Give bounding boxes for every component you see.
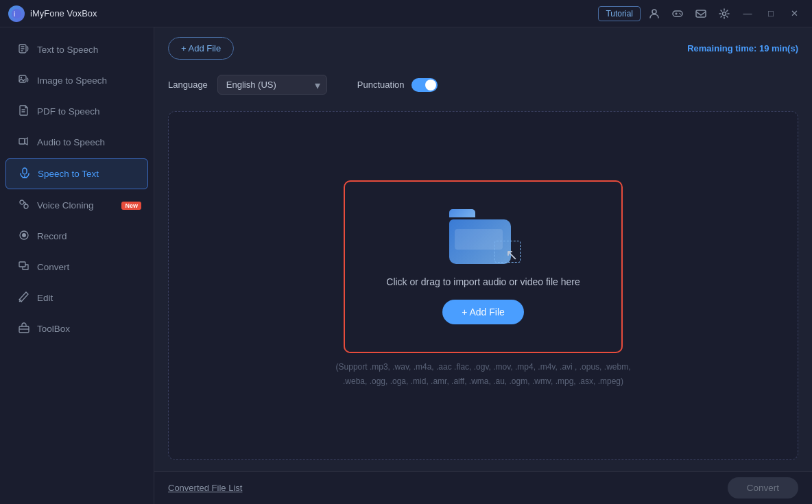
voice-cloning-icon	[18, 199, 30, 212]
converted-file-list-link[interactable]: Converted File List	[168, 483, 242, 493]
image-to-speech-icon	[18, 74, 30, 87]
add-file-button[interactable]: + Add File	[168, 37, 234, 60]
convert-icon	[18, 261, 30, 274]
topbar: + Add File Remaining time: 19 min(s)	[154, 27, 812, 69]
sidebar-label-pdf-to-speech: PDF to Speech	[37, 106, 100, 117]
new-badge: New	[121, 202, 141, 210]
remaining-label: Remaining time:	[687, 43, 759, 53]
gamepad-icon[interactable]	[668, 4, 687, 23]
sidebar-label-edit: Edit	[37, 293, 53, 303]
sidebar-item-image-to-speech[interactable]: Image to Speech	[5, 66, 148, 95]
dropzone-wrapper: ↖ Click or drag to import audio or video…	[154, 100, 812, 471]
dropzone-add-file-button[interactable]: + Add File	[442, 300, 524, 324]
svg-point-7	[723, 12, 726, 15]
language-select-wrapper: English (US) English (UK) Spanish French…	[217, 75, 327, 95]
record-icon	[18, 230, 30, 243]
user-icon[interactable]	[645, 4, 664, 23]
sidebar-item-audio-to-speech[interactable]: Audio to Speech	[5, 128, 148, 157]
sidebar-label-convert: Convert	[37, 262, 69, 272]
titlebar: i iMyFone VoxBox Tutorial — □ ✕	[0, 0, 812, 27]
svg-rect-9	[19, 75, 26, 82]
sidebar-label-record: Record	[37, 231, 67, 241]
svg-point-5	[680, 14, 682, 15]
folder-tab	[449, 209, 475, 217]
svg-text:i: i	[14, 10, 15, 18]
close-button[interactable]: ✕	[785, 4, 804, 23]
sidebar: Text to Speech Image to Speech PDF to Sp…	[0, 27, 154, 504]
convert-button[interactable]: Convert	[728, 477, 798, 499]
titlebar-actions: Tutorial — □ ✕	[598, 4, 804, 23]
remaining-value: 19 min(s)	[759, 43, 798, 53]
cursor-icon: ↖	[505, 246, 518, 264]
dropzone-text: Click or drag to import audio or video f…	[386, 276, 580, 287]
sidebar-label-voice-cloning: Voice Cloning	[37, 200, 94, 211]
audio-to-speech-icon	[18, 136, 30, 149]
remaining-time: Remaining time: 19 min(s)	[687, 43, 798, 53]
svg-rect-19	[19, 262, 25, 267]
folder-icon: ↖	[449, 209, 518, 264]
language-select[interactable]: English (US) English (UK) Spanish French…	[217, 75, 327, 95]
sidebar-item-toolbox[interactable]: ToolBox	[5, 314, 148, 344]
app-title: iMyFone VoxBox	[30, 8, 598, 19]
support-formats-text: (Support .mp3, .wav, .m4a, .aac .flac, .…	[336, 353, 631, 391]
svg-rect-3	[673, 11, 682, 16]
toolbox-icon	[18, 322, 30, 335]
svg-rect-11	[19, 139, 25, 144]
sidebar-item-voice-cloning[interactable]: Voice Cloning New	[5, 191, 148, 220]
tutorial-button[interactable]: Tutorial	[598, 6, 641, 21]
app-logo: i	[8, 5, 25, 22]
sidebar-item-edit[interactable]: Edit	[5, 283, 148, 313]
svg-point-16	[24, 204, 28, 208]
svg-point-18	[22, 233, 26, 237]
content-area: + Add File Remaining time: 19 min(s) Lan…	[154, 27, 812, 504]
punctuation-toggle[interactable]	[411, 78, 438, 92]
sidebar-item-speech-to-text[interactable]: Speech to Text	[5, 158, 148, 189]
punctuation-label: Punctuation	[357, 80, 405, 90]
sidebar-item-record[interactable]: Record	[5, 221, 148, 251]
sidebar-item-pdf-to-speech[interactable]: PDF to Speech	[5, 97, 148, 126]
svg-point-15	[20, 200, 24, 204]
sidebar-label-toolbox: ToolBox	[37, 324, 70, 334]
pdf-to-speech-icon	[18, 105, 30, 118]
sidebar-item-text-to-speech[interactable]: Text to Speech	[5, 35, 148, 64]
sidebar-label-speech-to-text: Speech to Text	[38, 169, 99, 179]
svg-rect-12	[23, 168, 27, 174]
svg-point-10	[21, 77, 22, 78]
bottombar: Converted File List Convert	[154, 471, 812, 504]
punctuation-section: Punctuation	[357, 78, 438, 92]
dropzone-inner: ↖ Click or drag to import audio or video…	[344, 180, 622, 353]
edit-icon	[18, 291, 30, 304]
main-layout: Text to Speech Image to Speech PDF to Sp…	[0, 27, 812, 504]
speech-to-text-icon	[19, 167, 31, 180]
language-bar: Language English (US) English (UK) Spani…	[154, 69, 812, 100]
language-label: Language	[168, 80, 208, 90]
gear-icon[interactable]	[715, 4, 734, 23]
svg-rect-6	[696, 10, 706, 17]
mail-icon[interactable]	[691, 4, 710, 23]
maximize-button[interactable]: □	[761, 4, 780, 23]
sidebar-label-image-to-speech: Image to Speech	[37, 75, 107, 86]
support-text-line2: .weba, .ogg, .oga, .mid, .amr, .aiff, .w…	[343, 376, 623, 386]
sidebar-item-convert[interactable]: Convert	[5, 252, 148, 282]
minimize-button[interactable]: —	[738, 4, 757, 23]
support-text-line1: (Support .mp3, .wav, .m4a, .aac .flac, .…	[336, 362, 631, 372]
dropzone-outer[interactable]: ↖ Click or drag to import audio or video…	[168, 111, 798, 460]
sidebar-label-text-to-speech: Text to Speech	[37, 45, 98, 55]
svg-point-2	[652, 10, 656, 14]
svg-point-4	[679, 12, 680, 14]
text-to-speech-icon	[18, 43, 30, 56]
sidebar-label-audio-to-speech: Audio to Speech	[37, 137, 105, 147]
